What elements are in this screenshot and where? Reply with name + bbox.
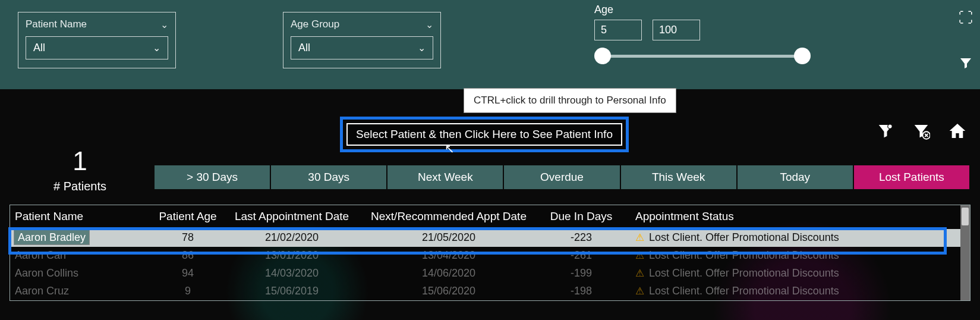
dashboard-actions xyxy=(877,121,967,145)
chevron-down-icon: ⌄ xyxy=(160,19,168,30)
select-patient-button[interactable]: Select Patient & then Click Here to See … xyxy=(346,123,622,146)
col-patient-age[interactable]: Patient Age xyxy=(153,210,223,223)
patient-name-select[interactable]: All ⌄ xyxy=(26,36,168,59)
table-scrollbar[interactable] xyxy=(960,205,970,300)
age-slider[interactable] xyxy=(600,49,802,63)
table-header: Patient Name Patient Age Last Appointmen… xyxy=(10,205,970,229)
patient-count-label: # Patients xyxy=(53,180,106,193)
cell-patient-name: Aaron Collins xyxy=(15,267,153,280)
select-patient-highlight: Select Patient & then Click Here to See … xyxy=(340,117,629,152)
cell-due-days: -261 xyxy=(537,249,626,262)
cell-due-days: -223 xyxy=(537,231,626,244)
scrollbar-thumb[interactable] xyxy=(962,208,969,225)
col-next-appt[interactable]: Next/Recommended Appt Date xyxy=(361,210,537,223)
cell-next-appt: 13/04/2020 xyxy=(361,249,537,262)
age-slider-filter: Age 5 100 xyxy=(594,4,808,63)
age-min-input[interactable]: 5 xyxy=(594,20,642,40)
tab-today[interactable]: Today xyxy=(738,165,853,189)
cell-last-appt: 13/01/2020 xyxy=(223,249,361,262)
col-appt-status[interactable]: Appointment Status xyxy=(626,210,965,223)
cell-patient-name: Aaron Bradley xyxy=(14,230,90,245)
table-row[interactable]: Aaron Bradley 78 21/02/2020 21/05/2020 -… xyxy=(10,229,970,247)
cell-patient-age: 86 xyxy=(153,249,223,262)
col-last-appt[interactable]: Last Appointment Date xyxy=(223,210,361,223)
cell-status: Lost Client. Offer Promotional Discounts xyxy=(649,285,839,297)
age-group-filter: Age Group ⌄ All ⌄ xyxy=(283,12,441,68)
cell-last-appt: 21/02/2020 xyxy=(223,231,361,244)
warning-icon: ⚠ xyxy=(635,249,644,262)
patient-name-filter: Patient Name ⌄ All ⌄ xyxy=(18,12,176,68)
cell-status: Lost Client. Offer Promotional Discounts xyxy=(649,231,839,243)
cell-next-appt: 15/06/2020 xyxy=(361,285,537,297)
table-row[interactable]: Aaron Collins 94 14/03/2020 14/06/2020 -… xyxy=(10,265,970,283)
fullscreen-icon[interactable]: ⛶ xyxy=(959,10,973,26)
age-max-input[interactable]: 100 xyxy=(653,20,700,40)
cell-patient-name: Aaron Cruz xyxy=(15,285,153,297)
patient-count-value: 1 xyxy=(53,146,106,176)
patient-count-card: 1 # Patients xyxy=(53,146,106,193)
svg-point-0 xyxy=(888,124,893,129)
cell-patient-name: Aaron Carr xyxy=(15,249,153,262)
chevron-down-icon: ⌄ xyxy=(153,42,160,54)
cell-status: Lost Client. Offer Promotional Discounts xyxy=(649,249,839,261)
filter-settings-icon[interactable] xyxy=(877,122,894,144)
cell-patient-age: 78 xyxy=(153,231,223,244)
slider-track xyxy=(600,55,802,58)
chevron-down-icon: ⌄ xyxy=(426,19,433,30)
patients-table: Patient Name Patient Age Last Appointmen… xyxy=(10,205,970,301)
filter-bar: Patient Name ⌄ All ⌄ Age Group ⌄ All ⌄ A… xyxy=(0,0,980,89)
age-group-label: Age Group xyxy=(291,18,339,30)
age-label: Age xyxy=(594,4,808,16)
warning-icon: ⚠ xyxy=(635,285,644,297)
tab-30days[interactable]: 30 Days xyxy=(271,165,386,189)
cell-next-appt: 14/06/2020 xyxy=(361,267,537,280)
slider-thumb-min[interactable] xyxy=(594,48,611,64)
filter-icon[interactable] xyxy=(959,56,973,74)
tab-next-week[interactable]: Next Week xyxy=(387,165,503,189)
col-due-days[interactable]: Due In Days xyxy=(537,210,626,223)
cell-patient-age: 94 xyxy=(153,267,223,280)
slider-thumb-max[interactable] xyxy=(794,48,811,64)
age-group-value: All xyxy=(298,42,310,54)
cell-due-days: -199 xyxy=(537,267,626,280)
cell-last-appt: 15/06/2019 xyxy=(223,285,361,297)
cell-due-days: -198 xyxy=(537,285,626,297)
tab-lost-patients[interactable]: Lost Patients xyxy=(854,165,969,189)
warning-icon: ⚠ xyxy=(635,231,644,244)
home-icon[interactable] xyxy=(948,121,967,145)
warning-icon: ⚠ xyxy=(635,267,644,280)
cell-last-appt: 14/03/2020 xyxy=(223,267,361,280)
age-group-select[interactable]: All ⌄ xyxy=(291,36,433,59)
cell-status: Lost Client. Offer Promotional Discounts xyxy=(649,267,839,279)
clear-filter-icon[interactable] xyxy=(912,122,930,144)
col-patient-name[interactable]: Patient Name xyxy=(15,210,153,223)
status-tabs: > 30 Days 30 Days Next Week Overdue This… xyxy=(155,165,969,189)
tab-gt30days[interactable]: > 30 Days xyxy=(155,165,270,189)
patient-name-label: Patient Name xyxy=(26,18,87,30)
cell-patient-age: 9 xyxy=(153,285,223,297)
table-row[interactable]: Aaron Cruz 9 15/06/2019 15/06/2020 -198 … xyxy=(10,283,970,300)
tab-this-week[interactable]: This Week xyxy=(621,165,736,189)
chevron-down-icon: ⌄ xyxy=(418,42,426,54)
table-row[interactable]: Aaron Carr 86 13/01/2020 13/04/2020 -261… xyxy=(10,247,970,265)
tab-overdue[interactable]: Overdue xyxy=(504,165,619,189)
drillthrough-tooltip: CTRL+click to drill through to Personal … xyxy=(464,88,676,113)
edge-icons: ⛶ xyxy=(959,10,973,74)
cell-next-appt: 21/05/2020 xyxy=(361,231,537,244)
patient-name-value: All xyxy=(33,42,45,54)
